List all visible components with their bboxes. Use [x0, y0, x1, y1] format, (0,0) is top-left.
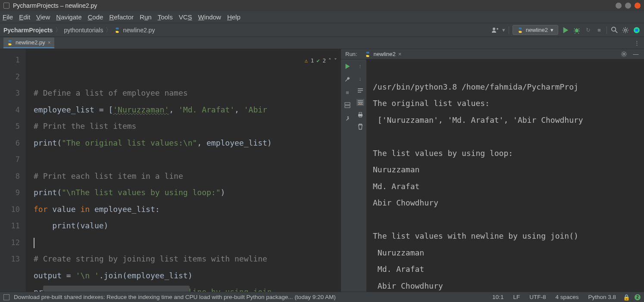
- run-toolbar-primary: ■: [341, 59, 354, 302]
- code-builtin: print: [34, 188, 57, 197]
- output-line: The list values with newline by using jo…: [373, 231, 578, 240]
- console-output[interactable]: /usr/bin/python3.8 /home/fahmida/Pycharm…: [367, 59, 644, 302]
- editor-tabs: newline2.py × ⋮: [0, 37, 644, 49]
- menu-window[interactable]: Window: [198, 13, 221, 21]
- down-arrow-icon[interactable]: ↓: [359, 75, 362, 82]
- output-line: The original list values:: [373, 99, 490, 108]
- plugin-icon[interactable]: [633, 26, 641, 34]
- tool-windows-icon[interactable]: [3, 294, 9, 300]
- search-icon[interactable]: [610, 26, 618, 34]
- layout-icon[interactable]: [344, 102, 351, 109]
- run-configuration-name: newline2: [526, 27, 548, 33]
- line-number: 8: [0, 168, 20, 185]
- print-icon[interactable]: [357, 112, 363, 118]
- code-text: ): [221, 188, 225, 197]
- wrench-icon[interactable]: [344, 76, 351, 83]
- code-area[interactable]: ⚠1 ✔2 ˄ ˅ # Define a list of employee na…: [26, 49, 341, 292]
- code-text: (: [57, 138, 62, 147]
- inspection-indicators[interactable]: ⚠1 ✔2 ˄ ˅: [305, 53, 337, 69]
- status-message[interactable]: Download pre-built shared indexes: Reduc…: [14, 294, 336, 300]
- stop-button[interactable]: ■: [344, 89, 351, 96]
- window-titlebar: PycharmProjects – newline2.py: [0, 0, 644, 11]
- up-arrow-icon[interactable]: ↑: [359, 63, 362, 69]
- run-tab-label: newline2: [373, 51, 395, 57]
- run-configuration-selector[interactable]: newline2 ▾: [513, 25, 558, 35]
- menu-refactor[interactable]: Refactor: [109, 13, 134, 21]
- close-tab-icon[interactable]: ×: [48, 40, 51, 46]
- window-minimize-button[interactable]: [616, 3, 622, 9]
- main-area: 1 2 3 4 5 6 7 8 9 10 11 12 13 ⚠1 ✔2 ˄ ˅ …: [0, 49, 644, 292]
- run-button[interactable]: [562, 26, 569, 34]
- line-number: 5: [0, 118, 20, 135]
- code-text: print: [34, 221, 76, 230]
- menu-run[interactable]: Run: [140, 13, 152, 21]
- trash-icon[interactable]: [358, 124, 363, 130]
- run-tab-active[interactable]: newline2 ×: [361, 49, 405, 59]
- output-line: ['Nuruzzaman', 'Md. Arafat', 'Abir Chowd…: [373, 115, 583, 125]
- horizontal-scrollbar[interactable]: [43, 286, 190, 292]
- coverage-button[interactable]: ↻: [584, 26, 592, 34]
- code-line: employee_list = [: [34, 105, 113, 114]
- line-number: 2: [0, 68, 20, 85]
- editor-tab-active[interactable]: newline2.py ×: [3, 37, 54, 48]
- run-header: Run: newline2 × —: [341, 49, 644, 59]
- code-string: "\nThe list values by using loop:": [62, 188, 220, 197]
- more-tabs-icon[interactable]: ⋮: [630, 40, 644, 46]
- chevron-down-icon[interactable]: ˅: [334, 53, 337, 69]
- run-settings-gear-icon[interactable]: [620, 50, 628, 58]
- navigation-bar: PycharmProjects 〉 pythontutorials 〉 newl…: [0, 23, 644, 37]
- menu-file[interactable]: File: [3, 13, 13, 21]
- close-tab-icon[interactable]: ×: [398, 51, 402, 57]
- menu-tools[interactable]: Tools: [158, 13, 173, 21]
- code-editor[interactable]: 1 2 3 4 5 6 7 8 9 10 11 12 13 ⚠1 ✔2 ˄ ˅ …: [0, 49, 341, 292]
- line-number: 6: [0, 135, 20, 152]
- code-string: 'Abir: [244, 105, 267, 114]
- code-text: employee_list:: [90, 205, 160, 214]
- rerun-button[interactable]: [344, 63, 351, 70]
- code-text: , employee_list): [197, 138, 272, 147]
- code-line: # Print the list items: [34, 121, 136, 131]
- breadcrumb-root[interactable]: PycharmProjects: [3, 27, 53, 34]
- pin-icon[interactable]: [344, 115, 351, 121]
- code-text: value: [48, 205, 81, 214]
- code-string: "The original list values:\n": [62, 138, 197, 147]
- code-line: # Print each list item in a line: [34, 171, 183, 181]
- menu-navigate[interactable]: Navigate: [56, 13, 81, 21]
- scroll-to-end-icon[interactable]: [356, 99, 364, 106]
- typo-count: 2: [322, 53, 326, 69]
- window-close-button[interactable]: [635, 3, 641, 9]
- breadcrumb-file[interactable]: newline2.py: [123, 27, 155, 34]
- hide-panel-icon[interactable]: —: [632, 50, 640, 58]
- debug-button[interactable]: [573, 26, 581, 34]
- window-maximize-button[interactable]: [625, 3, 631, 9]
- line-number-gutter: 1 2 3 4 5 6 7 8 9 10 11 12 13: [0, 49, 26, 292]
- menu-view[interactable]: View: [36, 13, 50, 21]
- breadcrumb-folder[interactable]: pythontutorials: [64, 27, 103, 34]
- svg-rect-6: [345, 106, 350, 108]
- chevron-right-icon: 〉: [106, 26, 112, 34]
- code-keyword: for: [34, 205, 48, 214]
- menu-code[interactable]: Code: [88, 13, 103, 21]
- soft-wrap-icon[interactable]: [357, 88, 363, 93]
- output-line: /usr/bin/python3.8 /home/fahmida/Pycharm…: [373, 82, 578, 91]
- menu-vcs[interactable]: VCS: [179, 13, 192, 21]
- chevron-up-icon[interactable]: ˄: [328, 53, 331, 69]
- output-line: Abir Chowdhury: [373, 281, 443, 290]
- code-line: # Create string by joining list items wi…: [34, 254, 267, 263]
- settings-gear-icon[interactable]: [622, 26, 629, 34]
- code-line: # Define a list of employee names: [34, 88, 188, 97]
- line-number: 9: [0, 184, 20, 201]
- code-text: ,: [234, 105, 244, 114]
- output-line: Abir Chowdhury: [373, 198, 438, 207]
- stop-button[interactable]: ■: [595, 26, 603, 34]
- code-string: 'Md. Arafat': [178, 105, 234, 114]
- menu-edit[interactable]: Edit: [19, 13, 30, 21]
- menu-help[interactable]: Help: [227, 13, 241, 21]
- code-builtin: print: [34, 138, 57, 147]
- add-user-icon[interactable]: [491, 26, 499, 34]
- svg-rect-5: [345, 103, 350, 105]
- python-file-icon: [365, 51, 371, 57]
- typo-icon: ✔: [316, 53, 320, 69]
- code-text: output =: [34, 271, 76, 280]
- output-line: The list values by using loop:: [373, 149, 513, 158]
